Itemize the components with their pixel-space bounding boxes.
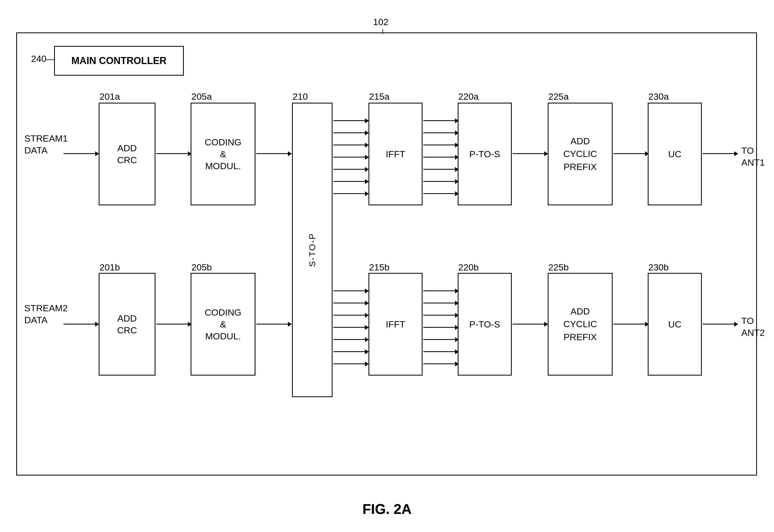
arrow-210-215b-1 <box>333 290 368 291</box>
ref-205b: 205b <box>191 262 212 273</box>
ref-205a: 205a <box>191 91 212 102</box>
arrow-225a-to-230a <box>613 153 649 154</box>
arrow-215a-220a-3 <box>424 145 459 145</box>
arrow-205a-to-210 <box>256 153 291 154</box>
ref-230b: 230b <box>648 262 669 273</box>
arrow-215b-220b-4 <box>424 327 459 328</box>
ref-201b: 201b <box>99 262 120 273</box>
ref-220a: 220a <box>458 91 479 102</box>
block-205b: CODING&MODUL. <box>191 273 255 376</box>
block-225a: ADDCYCLICPREFIX <box>548 103 613 205</box>
arrow-215a-220a-5 <box>424 169 459 170</box>
ref-215b: 215b <box>369 262 390 273</box>
block-220a: P-TO-S <box>458 103 512 205</box>
to-ant2-label: TOANT2 <box>741 315 765 339</box>
ref-225a: 225a <box>548 91 569 102</box>
block-230a: UC <box>648 103 702 205</box>
arrow-215b-220b-3 <box>424 315 459 316</box>
arrow-215b-220b-7 <box>424 363 459 364</box>
arrow-205b-to-210 <box>256 324 291 324</box>
arrow-201a-to-205a <box>156 153 191 154</box>
arrow-210-215b-5 <box>333 339 368 340</box>
arrow-230a-to-ant1 <box>703 153 738 154</box>
ref-225b: 225b <box>548 262 569 273</box>
arrow-stream1-to-201a <box>64 153 99 154</box>
arrow-215a-220a-1 <box>424 120 459 121</box>
arrow-225b-to-230b <box>613 324 649 324</box>
arrow-210-215a-6 <box>333 181 368 182</box>
arrow-210-215b-7 <box>333 363 368 364</box>
arrow-201b-to-205b <box>156 324 191 324</box>
main-controller-block: MAIN CONTROLLER <box>54 46 184 76</box>
arrow-230b-to-ant2 <box>703 324 738 324</box>
arrow-210-215a-2 <box>333 132 368 133</box>
block-215b: IFFT <box>368 273 423 376</box>
arrow-210-215a-3 <box>333 145 368 145</box>
block-230b: UC <box>648 273 702 376</box>
block-201a: ADDCRC <box>99 103 155 205</box>
arrow-210-215a-7 <box>333 193 368 194</box>
to-ant1-label: TOANT1 <box>741 145 765 168</box>
block-205a: CODING&MODUL. <box>191 103 255 205</box>
block-201b: ADDCRC <box>99 273 155 376</box>
block-210: S-TO-P <box>292 103 332 397</box>
main-controller-label: MAIN CONTROLLER <box>71 55 166 66</box>
ref-220b: 220b <box>458 262 479 273</box>
arrow-215a-220a-4 <box>424 157 459 158</box>
ref-240: 240— <box>31 53 56 64</box>
arrow-215b-220b-1 <box>424 290 459 291</box>
arrow-215a-220a-6 <box>424 181 459 182</box>
arrow-220a-to-225a <box>513 153 548 154</box>
stream1-label: STREAM1 DATA <box>24 132 68 156</box>
ref-210: 210 <box>292 91 308 102</box>
block-225b: ADDCYCLICPREFIX <box>548 273 613 376</box>
stream2-label: STREAM2DATA <box>24 302 68 326</box>
arrow-220b-to-225b <box>513 324 548 324</box>
ref-102-tick <box>382 29 383 34</box>
arrow-210-215b-4 <box>333 327 368 328</box>
arrow-210-215a-5 <box>333 169 368 170</box>
block-215a: IFFT <box>368 103 423 205</box>
ref-201a: 201a <box>99 91 120 102</box>
ref-215a: 215a <box>369 91 390 102</box>
arrow-215b-220b-5 <box>424 339 459 340</box>
arrow-210-215b-3 <box>333 315 368 316</box>
ref-102: 102 <box>373 17 389 27</box>
arrow-210-215b-2 <box>333 303 368 303</box>
ref-230a: 230a <box>648 91 669 102</box>
s-to-p-label: S-TO-P <box>307 233 317 267</box>
arrow-210-215b-6 <box>333 351 368 352</box>
arrow-210-215a-1 <box>333 120 368 121</box>
arrow-stream2-to-201b <box>64 324 99 324</box>
arrow-215a-220a-2 <box>424 132 459 133</box>
arrow-215b-220b-2 <box>424 303 459 303</box>
block-220b: P-TO-S <box>458 273 512 376</box>
fig-2a-label: FIG. 2A <box>362 501 412 517</box>
arrow-210-215a-4 <box>333 157 368 158</box>
page: { "diagram": { "ref_102": "102", "ref_24… <box>0 0 774 532</box>
arrow-215b-220b-6 <box>424 351 459 352</box>
arrow-215a-220a-7 <box>424 193 459 194</box>
